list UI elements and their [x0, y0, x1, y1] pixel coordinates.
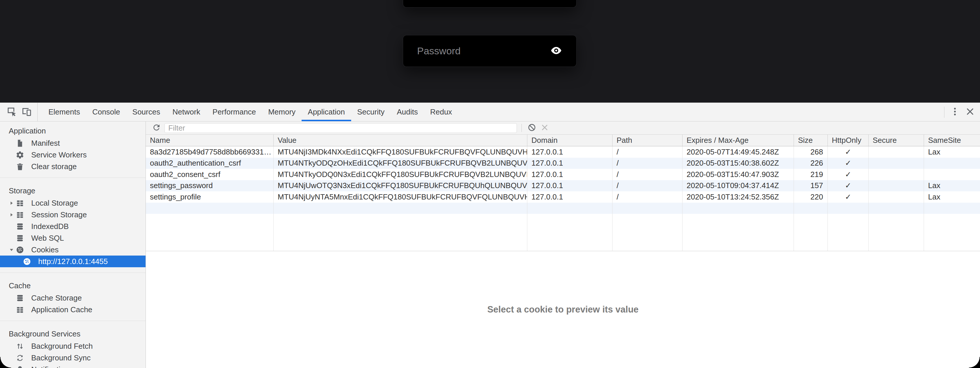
database-icon: [16, 222, 24, 231]
delete-selected-button[interactable]: [538, 122, 551, 134]
cookie-preview-pane: Select a cookie to preview its value: [146, 251, 980, 368]
database-icon: [16, 234, 24, 242]
tab-sources[interactable]: Sources: [126, 103, 166, 121]
sidebar-item-label: Background Fetch: [31, 342, 93, 351]
tab-performance[interactable]: Performance: [207, 103, 262, 121]
chevron-right-icon[interactable]: [7, 200, 16, 206]
cell-expires: 2020-05-10T13:24:52.356Z: [682, 192, 794, 202]
cookie-icon: [16, 246, 24, 254]
devtools-close-button[interactable]: [963, 104, 978, 120]
cell-httponly: ✓: [828, 192, 869, 202]
column-header-expires-max-age[interactable]: Expires / Max-Age: [682, 134, 794, 146]
cell-expires: 2020-05-10T09:04:37.414Z: [682, 181, 794, 190]
cell-size: 220: [794, 192, 828, 202]
sidebar-item-service-workers[interactable]: Service Workers: [0, 149, 146, 161]
sidebar-item-http-127-0-0-1-4455[interactable]: http://127.0.0.1:4455: [0, 256, 146, 267]
sidebar-item-label: Session Storage: [31, 210, 87, 219]
clear-all-cookies-button[interactable]: [525, 122, 538, 134]
tab-audits[interactable]: Audits: [391, 103, 424, 121]
inspect-element-button[interactable]: [4, 104, 19, 120]
cell-samesite: Lax: [924, 192, 980, 202]
column-header-samesite[interactable]: SameSite: [924, 134, 980, 146]
sidebar-item-label: Background Sync: [31, 354, 91, 362]
column-header-secure[interactable]: Secure: [869, 134, 924, 146]
sidebar-item-clear-storage[interactable]: Clear storage: [0, 161, 146, 172]
cookies-toolbar: [146, 122, 980, 134]
sidebar-item-cookies[interactable]: Cookies: [0, 244, 146, 256]
cell-samesite: Lax: [924, 181, 980, 190]
table-icon: [16, 199, 24, 207]
block-icon: [527, 123, 536, 133]
cookie-filter-input[interactable]: [164, 123, 517, 133]
tab-security[interactable]: Security: [351, 103, 391, 121]
empty-row[interactable]: [146, 203, 980, 214]
cookie-row-8a3d27185b49d7758d8bb669331[interactable]: 8a3d27185b49d7758d8bb669331…MTU4NjI3MDk4…: [146, 146, 980, 158]
sidebar-item-cache-storage[interactable]: Cache Storage: [0, 292, 146, 304]
sidebar-item-label: Web SQL: [31, 234, 64, 243]
cookies-panel: NameValueDomainPathExpires / Max-AgeSize…: [146, 122, 980, 368]
sidebar-item-notifications[interactable]: Notifications: [0, 364, 146, 368]
document-icon: [16, 139, 24, 147]
application-sidebar: ApplicationManifestService WorkersClear …: [0, 122, 146, 368]
chevron-down-icon[interactable]: [7, 247, 16, 253]
column-header-name[interactable]: Name: [146, 134, 274, 146]
password-field-container: [403, 35, 576, 67]
devtools-menu-button[interactable]: [947, 104, 963, 120]
column-header-httponly[interactable]: HttpOnly: [828, 134, 869, 146]
tab-network[interactable]: Network: [166, 103, 206, 121]
cell-value: MTU4NjUyNTA5MnxEdi1CQkFFQ180SUFBUkFCRUFB…: [274, 192, 527, 202]
tab-application[interactable]: Application: [302, 103, 351, 121]
column-header-value[interactable]: Value: [274, 134, 527, 146]
tab-elements[interactable]: Elements: [42, 103, 86, 121]
tab-console[interactable]: Console: [86, 103, 126, 121]
eye-icon: [550, 45, 562, 58]
cell-expires: 2020-05-03T15:40:47.903Z: [682, 170, 794, 179]
text-field-top[interactable]: [403, 0, 576, 7]
chevron-right-icon[interactable]: [7, 212, 16, 218]
sidebar-item-application-cache[interactable]: Application Cache: [0, 304, 146, 315]
cell-name: oauth2_authentication_csrf: [146, 158, 274, 168]
sidebar-section-title: Cache: [0, 279, 146, 292]
device-toolbar-button[interactable]: [19, 104, 34, 120]
cookie-row-settings-profile[interactable]: settings_profileMTU4NjUyNTA5MnxEdi1CQkFF…: [146, 191, 980, 203]
toggle-password-visibility-button[interactable]: [550, 35, 576, 67]
sidebar-item-label: Application Cache: [31, 305, 92, 314]
cell-expires: 2020-05-07T14:49:45.248Z: [682, 147, 794, 157]
sidebar-item-local-storage[interactable]: Local Storage: [0, 197, 146, 209]
sidebar-item-background-sync[interactable]: Background Sync: [0, 352, 146, 364]
cell-size: 268: [794, 147, 828, 157]
device-toolbar-icon: [22, 106, 32, 118]
sidebar-item-web-sql[interactable]: Web SQL: [0, 232, 146, 244]
column-header-domain[interactable]: Domain: [527, 134, 612, 146]
cell-httponly: ✓: [828, 181, 869, 190]
sidebar-item-manifest[interactable]: Manifest: [0, 137, 146, 149]
sidebar-item-label: IndexedDB: [31, 222, 69, 231]
cookie-row-oauth2-authentication-csrf[interactable]: oauth2_authentication_csrfMTU4NTkyODQzOH…: [146, 158, 980, 169]
refresh-icon: [152, 123, 161, 133]
password-input[interactable]: [403, 35, 550, 67]
sidebar-item-session-storage[interactable]: Session Storage: [0, 209, 146, 221]
sidebar-section-application: ApplicationManifestService WorkersClear …: [0, 125, 146, 172]
kebab-menu-icon: [950, 107, 960, 118]
cell-expires: 2020-05-03T15:40:38.602Z: [682, 158, 794, 168]
column-header-size[interactable]: Size: [794, 134, 828, 146]
sidebar-item-background-fetch[interactable]: Background Fetch: [0, 340, 146, 352]
cell-domain: 127.0.0.1: [527, 181, 612, 190]
cell-size: 226: [794, 158, 828, 168]
sidebar-item-indexeddb[interactable]: IndexedDB: [0, 221, 146, 232]
column-header-path[interactable]: Path: [612, 134, 682, 146]
sidebar-section-title: Application: [0, 125, 146, 137]
refresh-button[interactable]: [150, 122, 163, 134]
cell-httponly: ✓: [828, 170, 869, 179]
cookie-row-settings-password[interactable]: settings_passwordMTU4NjUwOTQ3N3xEdi1CQkF…: [146, 180, 980, 192]
cell-size: 219: [794, 170, 828, 179]
sidebar-item-label: Local Storage: [31, 198, 78, 208]
tab-redux[interactable]: Redux: [424, 103, 458, 121]
cell-name: 8a3d27185b49d7758d8bb669331…: [146, 147, 274, 157]
cookie-row-oauth2-consent-csrf[interactable]: oauth2_consent_csrfMTU4NTkyODQ0N3xEdi1CQ…: [146, 169, 980, 180]
screen: ElementsConsoleSourcesNetworkPerformance…: [0, 0, 980, 368]
sidebar-item-label: http://127.0.0.1:4455: [38, 257, 108, 266]
cell-httponly: ✓: [828, 147, 869, 157]
cell-value: MTU4NTkyODQ0N3xEdi1CQkFFQ180SUFBUkFCRUFB…: [274, 170, 527, 179]
tab-memory[interactable]: Memory: [262, 103, 302, 121]
